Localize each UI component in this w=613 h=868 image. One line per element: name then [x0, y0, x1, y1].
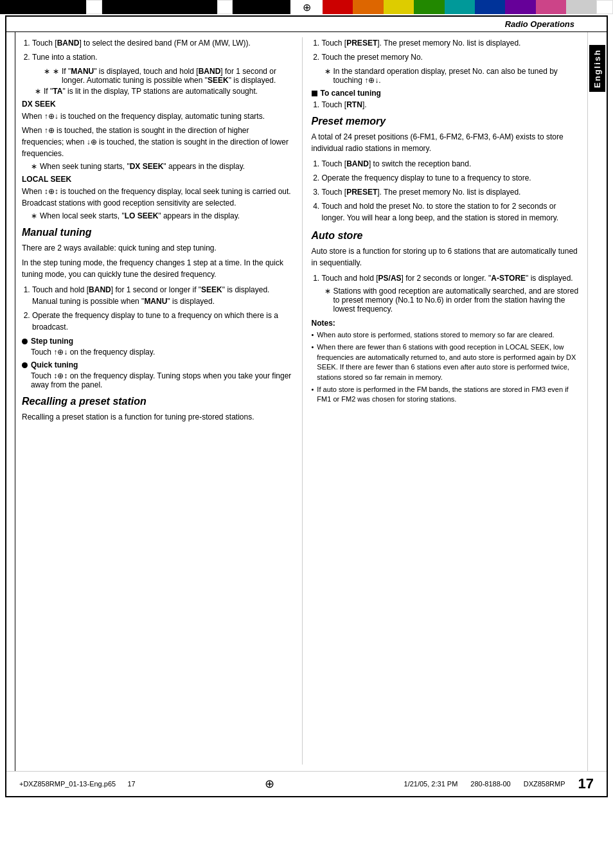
auto-store-section: Auto store Auto store is a function for …	[312, 230, 582, 405]
dx-seek-text2: When ↑⊕ is touched, the station is sough…	[22, 125, 292, 159]
cancel-tuning-label: To cancel tuning	[321, 89, 381, 98]
preset-step-4: Touch and hold the preset No. to store t…	[322, 200, 582, 224]
manual-step-1: Touch and hold [BAND] for 1 second or lo…	[32, 284, 292, 307]
english-sidebar: English	[587, 32, 607, 771]
auto-store-step-1: Touch and hold [PS/AS] for 2 seconds or …	[322, 272, 582, 284]
footer-date: 1/21/05, 2:31 PM	[404, 780, 458, 788]
preset-memory-steps: Touch [BAND] to switch the reception ban…	[322, 158, 582, 224]
note-1: • When auto store is performed, stations…	[312, 330, 582, 340]
quick-tuning-text: Touch ↕⊕↕ on the frequency display. Tuni…	[31, 371, 292, 389]
footer-part-number: 280-8188-00	[470, 780, 510, 788]
local-seek-text: When ↕⊕↕ is touched on the frequency dis…	[22, 186, 292, 209]
footer-right: 1/21/05, 2:31 PM 280-8188-00 DXZ858RMP 1…	[404, 775, 594, 792]
notes-section: Notes: • When auto store is performed, s…	[312, 319, 582, 405]
note-3: • If auto store is performed in the FM b…	[312, 385, 582, 405]
dx-seek-text1: When ↑⊕↓ is touched on the frequency dis…	[22, 111, 292, 122]
footer-left: +DXZ858RMP_01-13-Eng.p65 17	[19, 780, 136, 788]
english-label: English	[589, 45, 605, 92]
cancel-steps: Touch [RTN].	[322, 100, 582, 109]
page-number-large: 17	[578, 775, 594, 792]
auto-store-steps: Touch and hold [PS/AS] for 2 seconds or …	[322, 272, 582, 284]
tune-note-1: ∗ If "MANU" is displayed, touch and hold…	[35, 67, 292, 85]
manual-steps-list: Touch and hold [BAND] for 1 second or lo…	[32, 284, 292, 333]
local-seek-heading: LOCAL SEEK	[22, 175, 292, 184]
compass-icon-bottom: ⊕	[265, 777, 274, 790]
preset-step-1: Touch [BAND] to switch the reception ban…	[322, 158, 582, 170]
step-1: Touch [BAND] to select the desired band …	[32, 37, 292, 49]
step-2: Tune into a station.	[32, 51, 292, 63]
dx-seek-section: DX SEEK When ↑⊕↓ is touched on the frequ…	[22, 100, 292, 171]
manual-tuning-desc: In the step tuning mode, the frequency c…	[22, 257, 292, 280]
preset-step-2: Operate the frequency display to tune to…	[322, 172, 582, 184]
file-ref: +DXZ858RMP_01-13-Eng.p65	[19, 780, 116, 788]
footer-center: ⊕	[265, 777, 274, 791]
manual-step-2: Operate the frequency display to tune to…	[32, 310, 292, 333]
page-title: Radio Operations	[505, 19, 574, 29]
recalling-step-1: Touch [PRESET]. The preset memory No. li…	[322, 37, 582, 49]
left-column: Touch [BAND] to select the desired band …	[22, 37, 292, 765]
auto-store-note: ∗ Stations with good reception are autom…	[324, 287, 582, 314]
preset-memory-intro: A total of 24 preset positions (6-FM1, 6…	[312, 131, 582, 154]
dx-seek-note: ∗ When seek tuning starts, "DX SEEK" app…	[31, 162, 292, 171]
recalling-steps-list: Touch [PRESET]. The preset memory No. li…	[322, 37, 582, 63]
preset-step-3: Touch [PRESET]. The preset memory No. li…	[322, 186, 582, 198]
recalling-note: ∗ In the standard operation display, pre…	[324, 67, 582, 85]
right-column: Touch [PRESET]. The preset memory No. li…	[302, 37, 582, 765]
auto-store-title: Auto store	[312, 230, 582, 242]
cancel-tuning-section: To cancel tuning Touch [RTN].	[312, 89, 582, 109]
footer-model: DXZ858RMP	[524, 780, 565, 788]
quick-tuning-label: Quick tuning	[22, 360, 292, 369]
recalling-intro: Recalling a preset station is a function…	[22, 411, 292, 423]
preset-memory-title: Preset memory	[312, 116, 582, 127]
cancel-step-1: Touch [RTN].	[322, 100, 582, 109]
page-num-file: 17	[127, 780, 135, 788]
initial-steps-list: Touch [BAND] to select the desired band …	[32, 37, 292, 63]
notes-list: • When auto store is performed, stations…	[312, 330, 582, 405]
recalling-section: Recalling a preset station Recalling a p…	[22, 396, 292, 423]
dx-seek-heading: DX SEEK	[22, 100, 292, 109]
compass-icon-top: ⊕	[303, 1, 311, 13]
tune-notes: ∗ If "MANU" is displayed, touch and hold…	[35, 67, 292, 96]
manual-tuning-intro: There are 2 ways available: quick tuning…	[22, 242, 292, 254]
tune-note-2: ∗ If "TA" is lit in the display, TP stat…	[35, 87, 292, 96]
preset-memory-section: Preset memory A total of 24 preset posit…	[312, 116, 582, 224]
note-2: • When there are fewer than 6 stations w…	[312, 342, 582, 382]
auto-store-intro: Auto store is a function for storing up …	[312, 245, 582, 269]
local-seek-note: ∗ When local seek starts, "LO SEEK" appe…	[31, 211, 292, 220]
manual-tuning-title: Manual tuning	[22, 227, 292, 238]
recalling-step-2: Touch the preset memory No.	[322, 51, 582, 63]
step-tuning-label: Step tuning	[22, 337, 292, 346]
local-seek-section: LOCAL SEEK When ↕⊕↕ is touched on the fr…	[22, 175, 292, 220]
notes-heading: Notes:	[312, 319, 582, 328]
step-tuning-text: Touch ↑⊕↓ on the frequency display.	[31, 348, 292, 357]
recalling-title: Recalling a preset station	[22, 396, 292, 407]
manual-tuning-section: Manual tuning There are 2 ways available…	[22, 227, 292, 389]
page-footer: +DXZ858RMP_01-13-Eng.p65 17 ⊕ 1/21/05, 2…	[6, 771, 607, 796]
